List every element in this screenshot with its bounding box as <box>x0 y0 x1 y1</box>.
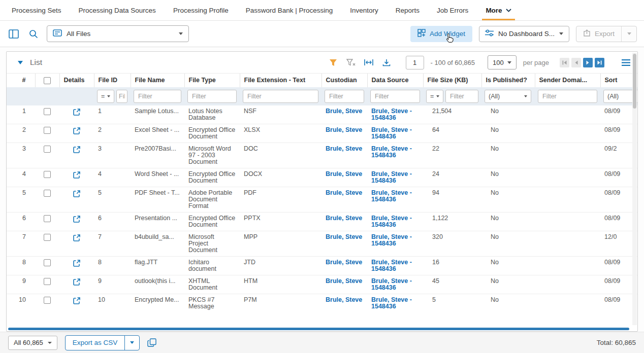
cell-data-source-link[interactable]: Brule, Steve - 1548436 <box>367 143 423 168</box>
first-page-icon[interactable] <box>560 58 569 67</box>
file-id-operator-select[interactable]: = <box>97 90 114 103</box>
row-checkbox[interactable] <box>44 234 51 241</box>
dashboard-selector[interactable]: No Dashboard S... <box>479 26 569 42</box>
details-link-icon[interactable] <box>73 259 81 267</box>
details-link-icon[interactable] <box>73 146 81 154</box>
col-header-file-id[interactable]: File ID <box>94 74 131 87</box>
add-widget-button[interactable]: Add Widget <box>410 26 472 42</box>
tab-reports[interactable]: Reports <box>387 0 428 20</box>
cell-custodian-link[interactable]: Brule, Steve <box>321 256 367 275</box>
col-header-data-source[interactable]: Data Source <box>367 74 423 87</box>
list-collapse-icon[interactable] <box>18 61 23 64</box>
cell-custodian-link[interactable]: Brule, Steve <box>321 105 367 124</box>
details-link-icon[interactable] <box>73 171 81 179</box>
table-row[interactable]: 9 9 outlook(this i... XHTML Document HTM… <box>7 275 637 294</box>
custodian-filter-input[interactable] <box>325 90 364 103</box>
cell-custodian-link[interactable]: Brule, Steve <box>321 231 367 256</box>
last-page-icon[interactable] <box>595 58 604 67</box>
cell-custodian-link[interactable]: Brule, Steve <box>321 275 367 294</box>
cell-data-source-link[interactable]: Brule, Steve - 1548436 <box>367 124 423 143</box>
table-row[interactable]: 6 6 Presentation ... Encrypted Office Do… <box>7 212 637 231</box>
dashboard-icon[interactable] <box>7 27 20 41</box>
col-header-file-size[interactable]: File Size (KB) <box>423 74 481 87</box>
details-link-icon[interactable] <box>73 108 81 116</box>
table-row[interactable]: 5 5 PDF Sheet - T... Adobe Portable Docu… <box>7 187 637 212</box>
cell-custodian-link[interactable]: Brule, Steve <box>321 143 367 168</box>
horizontal-scrollbar[interactable] <box>8 328 629 330</box>
export-list-icon[interactable] <box>381 57 392 68</box>
details-link-icon[interactable] <box>73 278 81 286</box>
row-checkbox[interactable] <box>44 190 51 197</box>
row-checkbox[interactable] <box>44 127 51 134</box>
tab-more[interactable]: More <box>477 0 520 20</box>
cell-data-source-link[interactable]: Brule, Steve - 1548436 <box>367 212 423 231</box>
table-row[interactable]: 1 1 Sample Lotus... Lotus Notes Database… <box>7 105 637 124</box>
row-checkbox[interactable] <box>44 108 51 115</box>
cell-custodian-link[interactable]: Brule, Steve <box>321 294 367 312</box>
per-page-select[interactable]: 100 <box>488 55 517 69</box>
prev-page-icon[interactable] <box>571 58 581 67</box>
view-selector[interactable]: All Files <box>47 25 189 42</box>
row-checkbox[interactable] <box>44 278 51 285</box>
clear-filter-icon[interactable] <box>345 57 357 68</box>
select-all-checkbox[interactable] <box>44 77 51 84</box>
cell-data-source-link[interactable]: Brule, Steve - 1548436 <box>367 187 423 212</box>
cell-data-source-link[interactable]: Brule, Steve - 1548436 <box>367 294 423 312</box>
file-size-filter-input[interactable] <box>445 90 478 103</box>
table-row[interactable]: 7 7 b4ubuild_sa... Microsoft Project Doc… <box>7 231 637 256</box>
tab-processing-profile[interactable]: Processing Profile <box>165 0 237 20</box>
vertical-scrollbar-thumb[interactable] <box>633 54 636 109</box>
details-link-icon[interactable] <box>73 127 81 135</box>
menu-icon[interactable] <box>620 57 631 68</box>
cell-data-source-link[interactable]: Brule, Steve - 1548436 <box>367 275 423 294</box>
data-source-filter-input[interactable] <box>370 90 420 103</box>
details-link-icon[interactable] <box>73 190 81 198</box>
export-csv-menu-button[interactable] <box>124 336 139 350</box>
details-link-icon[interactable] <box>73 297 81 305</box>
page-number-input[interactable] <box>406 56 424 69</box>
export-button[interactable]: Export <box>576 26 621 42</box>
col-header-file-name[interactable]: File Name <box>131 74 184 87</box>
filter-icon[interactable] <box>328 57 339 68</box>
search-icon[interactable] <box>27 27 40 41</box>
sender-domain-filter-input[interactable] <box>538 90 597 103</box>
table-row[interactable]: 10 10 Encrypted Me... PKCS #7 Message P7… <box>7 294 637 312</box>
table-row[interactable]: 3 3 Pre2007Basi... Microsoft Word 97 - 2… <box>7 143 637 168</box>
table-row[interactable]: 2 2 Excel Sheet - ... Encrypted Office D… <box>7 124 637 143</box>
fit-columns-icon[interactable] <box>363 57 374 68</box>
file-size-operator-select[interactable]: = <box>426 90 443 103</box>
cell-custodian-link[interactable]: Brule, Steve <box>321 124 367 143</box>
vertical-scrollbar[interactable] <box>632 53 637 325</box>
table-row[interactable]: 4 4 Word Sheet - ... Encrypted Office Do… <box>7 168 637 187</box>
export-csv-button[interactable]: Export as CSV <box>66 336 125 350</box>
export-set-icon[interactable] <box>147 338 156 347</box>
is-published-filter-select[interactable]: (All) <box>485 90 531 103</box>
table-row[interactable]: 8 8 flag.JTT Ichitaro document JTD Brule… <box>7 256 637 275</box>
col-header-custodian[interactable]: Custodian <box>321 74 367 87</box>
col-header-num[interactable]: # <box>7 74 35 87</box>
details-link-icon[interactable] <box>73 215 81 223</box>
cell-data-source-link[interactable]: Brule, Steve - 1548436 <box>367 256 423 275</box>
next-page-icon[interactable] <box>583 58 593 67</box>
file-id-filter-input[interactable] <box>116 90 127 103</box>
file-type-filter-input[interactable] <box>187 90 237 103</box>
cell-data-source-link[interactable]: Brule, Steve - 1548436 <box>367 105 423 124</box>
tab-inventory[interactable]: Inventory <box>341 0 387 20</box>
row-checkbox[interactable] <box>44 146 51 153</box>
tab-password-bank-processing[interactable]: Password Bank | Processing <box>237 0 342 20</box>
tab-processing-sets[interactable]: Processing Sets <box>3 0 70 20</box>
row-checkbox[interactable] <box>44 259 51 266</box>
col-header-details[interactable]: Details <box>59 74 94 87</box>
col-header-sender-domain[interactable]: Sender Domai... <box>535 74 600 87</box>
cell-custodian-link[interactable]: Brule, Steve <box>321 187 367 212</box>
col-header-is-published[interactable]: Is Published? <box>481 74 535 87</box>
details-link-icon[interactable] <box>73 234 81 242</box>
col-header-file-type[interactable]: File Type <box>184 74 240 87</box>
cell-data-source-link[interactable]: Brule, Steve - 1548436 <box>367 168 423 187</box>
file-extension-filter-input[interactable] <box>243 90 318 103</box>
row-checkbox[interactable] <box>44 297 51 304</box>
file-name-filter-input[interactable] <box>134 90 181 103</box>
cell-custodian-link[interactable]: Brule, Steve <box>321 212 367 231</box>
col-header-file-extension[interactable]: File Extension - Text <box>240 74 321 87</box>
record-scope-select[interactable]: All 60,865 <box>8 336 57 350</box>
